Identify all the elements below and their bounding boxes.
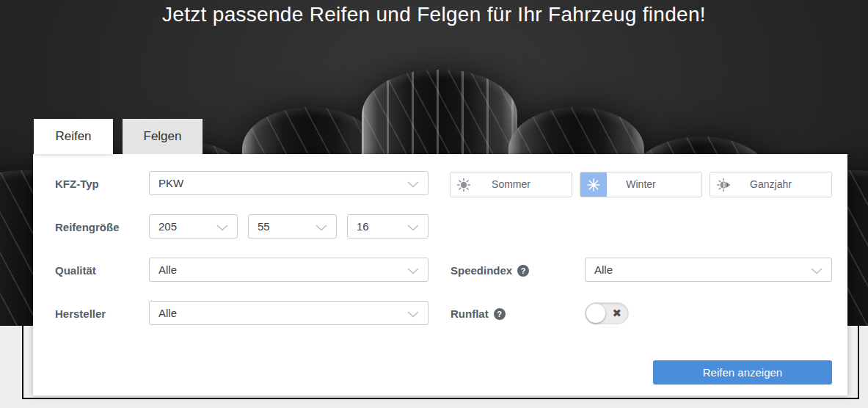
tire-ratio-select[interactable]: 55	[248, 214, 337, 238]
tire-ratio-value: 55	[258, 220, 270, 233]
sun-snowflake-icon	[710, 172, 737, 197]
runflat-label: Runflat	[451, 307, 489, 320]
toggle-knob	[586, 304, 605, 323]
sun-icon	[451, 172, 477, 197]
tire-width-select[interactable]: 205	[149, 214, 238, 238]
hersteller-label: Hersteller	[55, 301, 106, 327]
season-button-group: Sommer Winter	[450, 172, 832, 197]
season-sommer-button[interactable]: Sommer	[450, 172, 572, 197]
reifen-anzeigen-button[interactable]: Reifen anzeigen	[653, 360, 832, 385]
tire-width-value: 205	[158, 220, 177, 233]
qualitaet-select[interactable]: Alle	[149, 258, 428, 282]
qualitaet-value: Alle	[158, 263, 177, 276]
snowflake-icon	[580, 172, 607, 197]
runflat-toggle[interactable]: ✖	[585, 302, 629, 324]
speedindex-label: Speedindex	[451, 264, 512, 277]
cross-icon: ✖	[612, 307, 621, 320]
chevron-down-icon	[407, 225, 419, 231]
chevron-down-icon	[407, 268, 419, 274]
question-icon[interactable]: ?	[494, 308, 506, 320]
hersteller-value: Alle	[158, 307, 177, 319]
season-winter-button[interactable]: Winter	[580, 172, 702, 197]
speedindex-value: Alle	[594, 263, 613, 276]
chevron-down-icon	[216, 225, 228, 231]
tab-felgen[interactable]: Felgen	[123, 119, 203, 154]
tire-diameter-select[interactable]: 16	[347, 214, 428, 238]
kfz-typ-label: KFZ-Typ	[55, 171, 99, 197]
chevron-down-icon	[811, 268, 823, 274]
tire-diameter-value: 16	[357, 220, 369, 233]
speedindex-select[interactable]: Alle	[585, 258, 832, 282]
chevron-down-icon	[407, 181, 419, 188]
kfz-typ-value: PKW	[158, 177, 183, 189]
question-icon[interactable]: ?	[517, 265, 529, 277]
speedindex-label-group: Speedindex ?	[451, 258, 529, 283]
kfz-typ-select[interactable]: PKW	[149, 171, 428, 195]
runflat-label-group: Runflat ?	[451, 301, 506, 327]
tab-reifen[interactable]: Reifen	[34, 119, 113, 154]
chevron-down-icon	[407, 311, 419, 318]
hersteller-select[interactable]: Alle	[149, 301, 428, 325]
chevron-down-icon	[316, 225, 327, 231]
search-form-panel: KFZ-Typ PKW Sommer	[33, 154, 847, 396]
page-title: Jetzt passende Reifen und Felgen für Ihr…	[0, 3, 868, 26]
season-ganzjahr-button[interactable]: Ganzjahr	[710, 172, 832, 197]
reifengroesse-label: Reifengröße	[55, 214, 120, 240]
qualitaet-label: Qualität	[55, 258, 96, 283]
